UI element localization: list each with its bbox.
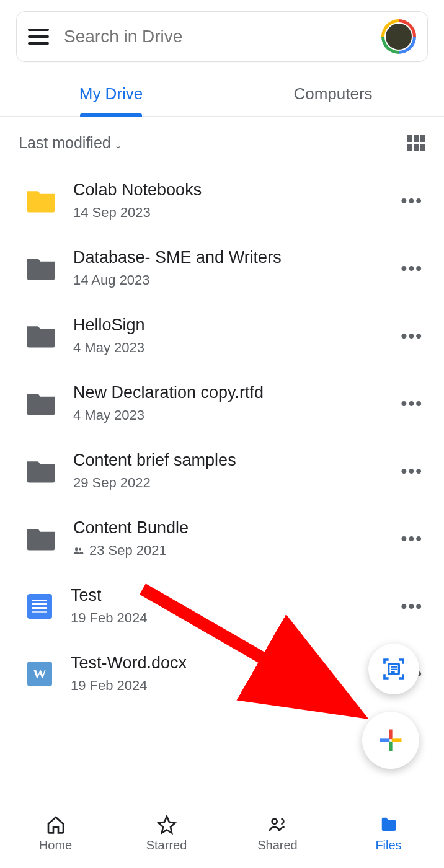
- file-date: 14 Aug 2023: [73, 272, 380, 288]
- doc-w-icon: W: [27, 662, 52, 686]
- file-date: 29 Sep 2022: [73, 475, 380, 491]
- scan-icon: [381, 657, 406, 681]
- file-row[interactable]: Content brief samples29 Sep 2022•••: [0, 437, 444, 505]
- file-name: New Declaration copy.rtfd: [73, 383, 380, 402]
- more-icon[interactable]: •••: [399, 255, 425, 282]
- nav-label: Starred: [146, 838, 187, 852]
- file-date-text: 29 Sep 2022: [73, 475, 151, 491]
- more-icon[interactable]: •••: [399, 458, 425, 485]
- folder-gray-icon: [27, 257, 55, 280]
- more-icon[interactable]: •••: [399, 322, 425, 350]
- file-row[interactable]: Content Bundle23 Sep 2021•••: [0, 505, 444, 572]
- bottom-nav: Home Starred Shared Files: [0, 799, 444, 868]
- doc-blue-icon: [27, 594, 52, 619]
- more-icon[interactable]: •••: [399, 390, 425, 417]
- file-date: 14 Sep 2023: [73, 205, 380, 221]
- menu-icon[interactable]: [28, 29, 49, 45]
- svg-rect-8: [389, 730, 392, 740]
- account-avatar[interactable]: [381, 19, 416, 54]
- file-date: 19 Feb 2024: [71, 678, 380, 694]
- avatar-image: [384, 22, 413, 51]
- file-row[interactable]: Database- SME and Writers14 Aug 2023•••: [0, 234, 444, 302]
- folder-gray-icon: [27, 392, 55, 415]
- file-date-text: 4 May 2023: [73, 340, 144, 356]
- sort-button[interactable]: Last modified ↓: [19, 134, 122, 152]
- star-icon: [156, 815, 177, 835]
- file-text: Database- SME and Writers14 Aug 2023: [73, 248, 380, 288]
- file-name: Test-Word.docx: [71, 653, 380, 673]
- folder-gray-icon: [27, 527, 55, 551]
- add-button[interactable]: [362, 712, 419, 769]
- file-date-text: 23 Sep 2021: [89, 542, 167, 559]
- folder-yellow-icon: [27, 189, 55, 213]
- file-name: Database- SME and Writers: [73, 248, 380, 267]
- file-name: Colab Notebooks: [73, 180, 380, 200]
- file-text: Test19 Feb 2024: [71, 586, 380, 626]
- scan-button[interactable]: [368, 644, 419, 694]
- nav-label: Home: [39, 838, 72, 852]
- file-date-text: 19 Feb 2024: [71, 610, 148, 626]
- plus-icon: [378, 727, 404, 753]
- nav-home[interactable]: Home: [0, 799, 111, 868]
- file-date: 4 May 2023: [73, 407, 380, 423]
- sort-row: Last modified ↓: [0, 117, 444, 161]
- search-input[interactable]: Search in Drive: [64, 27, 381, 46]
- file-text: Test-Word.docx19 Feb 2024: [71, 653, 380, 694]
- file-name: Content Bundle: [73, 518, 380, 538]
- nav-starred[interactable]: Starred: [111, 799, 222, 868]
- svg-point-0: [75, 547, 78, 551]
- nav-label: Files: [375, 838, 401, 852]
- svg-rect-11: [392, 738, 402, 742]
- file-date-text: 4 May 2023: [73, 407, 144, 423]
- nav-files[interactable]: Files: [333, 799, 444, 868]
- file-text: Content Bundle23 Sep 2021: [73, 518, 380, 559]
- folder-icon: [378, 815, 399, 835]
- file-row[interactable]: Test19 Feb 2024•••: [0, 572, 444, 640]
- file-text: Content brief samples29 Sep 2022: [73, 451, 380, 491]
- arrow-down-icon: ↓: [115, 135, 122, 152]
- svg-point-1: [79, 548, 81, 551]
- more-icon[interactable]: •••: [399, 525, 425, 552]
- file-date: 4 May 2023: [73, 340, 380, 356]
- file-text: Colab Notebooks14 Sep 2023: [73, 180, 380, 221]
- file-list: Colab Notebooks14 Sep 2023•••Database- S…: [0, 161, 444, 714]
- search-bar[interactable]: Search in Drive: [16, 11, 428, 62]
- file-name: Test: [71, 586, 380, 605]
- tab-my-drive[interactable]: My Drive: [0, 73, 222, 116]
- folder-gray-icon: [27, 324, 55, 348]
- file-name: HelloSign: [73, 316, 380, 335]
- grid-view-icon[interactable]: [407, 135, 425, 151]
- shared-icon: [73, 542, 84, 559]
- home-icon: [45, 815, 66, 835]
- more-icon[interactable]: •••: [399, 187, 425, 215]
- tab-computers[interactable]: Computers: [222, 73, 444, 116]
- people-icon: [267, 815, 288, 835]
- nav-label: Shared: [257, 838, 298, 852]
- svg-rect-10: [380, 738, 390, 742]
- file-name: Content brief samples: [73, 451, 380, 470]
- file-date-text: 14 Sep 2023: [73, 205, 151, 221]
- file-date: 19 Feb 2024: [71, 610, 380, 626]
- sort-label-text: Last modified: [19, 134, 111, 152]
- file-text: HelloSign4 May 2023: [73, 316, 380, 356]
- file-date-text: 14 Aug 2023: [73, 272, 150, 288]
- svg-rect-9: [389, 742, 392, 751]
- file-date-text: 19 Feb 2024: [71, 678, 148, 694]
- file-row[interactable]: Colab Notebooks14 Sep 2023•••: [0, 167, 444, 234]
- more-icon[interactable]: •••: [399, 593, 425, 620]
- file-date: 23 Sep 2021: [73, 542, 380, 559]
- file-row[interactable]: HelloSign4 May 2023•••: [0, 302, 444, 370]
- folder-gray-icon: [27, 459, 55, 483]
- tabs: My Drive Computers: [0, 73, 444, 117]
- nav-shared[interactable]: Shared: [222, 799, 333, 868]
- file-text: New Declaration copy.rtfd4 May 2023: [73, 383, 380, 423]
- file-row[interactable]: New Declaration copy.rtfd4 May 2023•••: [0, 370, 444, 437]
